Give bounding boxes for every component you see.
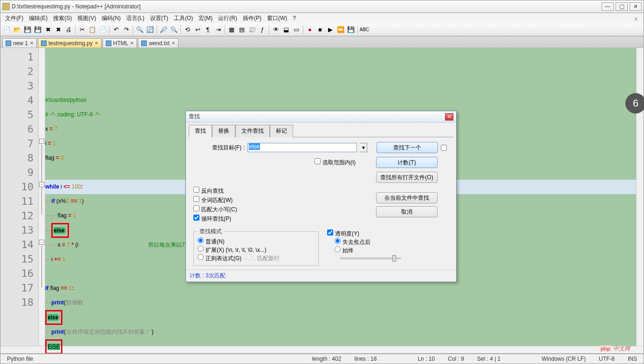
fold-toggle-icon[interactable]: −	[39, 139, 44, 144]
saverec-icon[interactable]: 💾	[346, 25, 356, 34]
minimize-button[interactable]: —	[602, 2, 614, 11]
find-next-button[interactable]: 查找下一个	[377, 142, 438, 153]
tab-close-icon[interactable]: ✕	[30, 40, 34, 46]
closeall-icon[interactable]: ✖	[54, 25, 63, 34]
paste-icon[interactable]: 📄	[98, 25, 107, 34]
menu-plugins[interactable]: 插件(P)	[240, 13, 264, 23]
radio-extended[interactable]: 扩展(X) (\n, \r, \t, \0, \x...)	[198, 247, 267, 253]
code-line: else:	[45, 314, 62, 321]
find-aux-checkbox[interactable]	[441, 145, 447, 151]
close-button[interactable]: ✕	[630, 2, 642, 11]
find-dropdown-icon[interactable]: ▾	[360, 143, 367, 152]
tab-testrequestimg[interactable]: testrequestimg.py✕	[38, 38, 102, 47]
maximize-button[interactable]: ▢	[616, 2, 628, 11]
tab-close-icon[interactable]: ✕	[95, 40, 98, 46]
saveall-icon[interactable]: 💾	[33, 25, 42, 34]
menu-language[interactable]: 语言(L)	[123, 13, 147, 23]
new-icon[interactable]: 📄	[2, 25, 12, 34]
sync-icon[interactable]: ⟲	[183, 25, 192, 34]
menu-help[interactable]: ?	[290, 14, 299, 22]
tab-close-icon[interactable]: ✕	[171, 40, 175, 46]
find-titlebar[interactable]: 查找 ✕	[186, 111, 456, 122]
tab-label: testrequestimg.py	[48, 40, 93, 47]
menu-settings[interactable]: 设置(T)	[147, 13, 171, 23]
spell-icon[interactable]: ABC	[360, 25, 369, 34]
count-button[interactable]: 计数(T)	[376, 157, 438, 168]
find-tab-replace[interactable]: 替换	[212, 125, 235, 137]
unfold-icon[interactable]: ▤	[237, 25, 247, 34]
chk-loop[interactable]: 循环查找(P)	[193, 215, 237, 223]
replace-icon[interactable]: 🔄	[145, 25, 155, 34]
open-icon[interactable]: 📂	[13, 25, 22, 34]
find-tab-find[interactable]: 查找	[189, 125, 212, 137]
find-target-input[interactable]: else	[247, 143, 357, 152]
menu-window[interactable]: 窗口(W)	[264, 13, 290, 23]
stop-icon[interactable]: ■	[315, 25, 325, 34]
transparency-slider[interactable]	[340, 257, 401, 259]
menu-macro[interactable]: 宏(M)	[196, 13, 215, 23]
chk-backward[interactable]: 反向查找	[193, 187, 237, 195]
chk-transparency[interactable]: 透明度(Y)	[327, 230, 359, 237]
doc-icon[interactable]: 📰	[247, 25, 257, 34]
zoomout-icon[interactable]: 🔍	[169, 25, 178, 34]
close-doc-icon[interactable]: ×	[631, 14, 641, 24]
find-icon[interactable]: 🔍	[135, 25, 144, 34]
code-line: i = 1	[45, 140, 56, 147]
find-tab-infiles[interactable]: 文件查找	[235, 125, 270, 137]
showall-icon[interactable]: ¶	[203, 25, 212, 34]
monitor-icon[interactable]: ▭	[292, 25, 301, 34]
close-icon[interactable]: ✖	[43, 25, 53, 34]
find-tab-mark[interactable]: 标记	[270, 125, 293, 137]
func-icon[interactable]: ƒ	[258, 25, 267, 34]
wrap-icon[interactable]: ↩	[193, 25, 202, 34]
find-all-open-button[interactable]: 查找所有打开文件(O)	[376, 172, 438, 183]
menu-edit[interactable]: 编辑(E)	[26, 13, 50, 23]
vertical-scrollbar[interactable]	[636, 48, 644, 346]
highlight-box: ElSE	[45, 339, 62, 353]
fold-toggle-icon[interactable]: −	[39, 182, 44, 187]
tab-wend[interactable]: wend.txt✕	[138, 38, 178, 47]
cut-icon[interactable]: ✂	[77, 25, 87, 34]
floating-badge[interactable]: 6	[625, 93, 644, 114]
menu-encoding[interactable]: 编码(N)	[99, 13, 123, 23]
redo-icon[interactable]: ↷	[122, 25, 131, 34]
menu-file[interactable]: 文件(F)	[2, 13, 26, 23]
zoomin-icon[interactable]: 🔎	[159, 25, 168, 34]
radio-onblur[interactable]: 失去焦点后	[335, 239, 370, 245]
code-line: ····print('阶梯数	[45, 299, 83, 306]
radio-normal[interactable]: 普通(N)	[198, 238, 225, 245]
menu-tools[interactable]: 工具(O)	[171, 13, 196, 23]
compare-icon[interactable]: ⬓	[281, 25, 291, 34]
line-number: 12	[0, 209, 38, 223]
menu-search[interactable]: 搜索(S)	[50, 13, 75, 23]
slider-thumb-icon[interactable]	[392, 255, 396, 262]
status-encoding: UTF-8	[592, 356, 621, 362]
menu-run[interactable]: 运行(R)	[215, 13, 240, 23]
tab-close-icon[interactable]: ✕	[130, 40, 134, 46]
find-range-option[interactable]: 选取范围内(I)	[315, 158, 356, 167]
find-in-current-button[interactable]: 在当前文件中查找	[376, 192, 438, 203]
menu-view[interactable]: 视图(V)	[75, 13, 99, 23]
fold-icon[interactable]: ▦	[227, 25, 236, 34]
save-icon[interactable]: 💾	[23, 25, 32, 34]
chk-matchcase[interactable]: 匹配大小写(C)	[193, 205, 237, 214]
chk-wholeword[interactable]: 全词匹配(W)	[193, 196, 237, 204]
tab-new1[interactable]: new 1✕	[2, 38, 37, 47]
print-icon[interactable]: 🖨	[64, 25, 73, 34]
playfast-icon[interactable]: ⏩	[336, 25, 345, 34]
radio-always[interactable]: 始终	[335, 247, 354, 254]
indent-icon[interactable]: ⇥	[213, 25, 223, 34]
tab-html[interactable]: HTML✕	[103, 38, 137, 47]
cancel-button[interactable]: 取消	[376, 206, 438, 217]
chk-dotnewline[interactable]: . 匹配新行	[246, 255, 280, 262]
find-close-icon[interactable]: ✕	[445, 113, 453, 121]
eye-icon[interactable]: 👁	[271, 25, 281, 34]
line-number: 16	[0, 266, 38, 281]
play-icon[interactable]: ▶	[326, 25, 335, 34]
fold-toggle-icon[interactable]: −	[39, 240, 44, 245]
radio-regex[interactable]: 正则表达式(G)	[198, 255, 241, 262]
record-icon[interactable]: ●	[305, 25, 315, 34]
undo-icon[interactable]: ↶	[111, 25, 121, 34]
highlight-box: else:	[45, 310, 62, 325]
copy-icon[interactable]: 📋	[88, 25, 97, 34]
